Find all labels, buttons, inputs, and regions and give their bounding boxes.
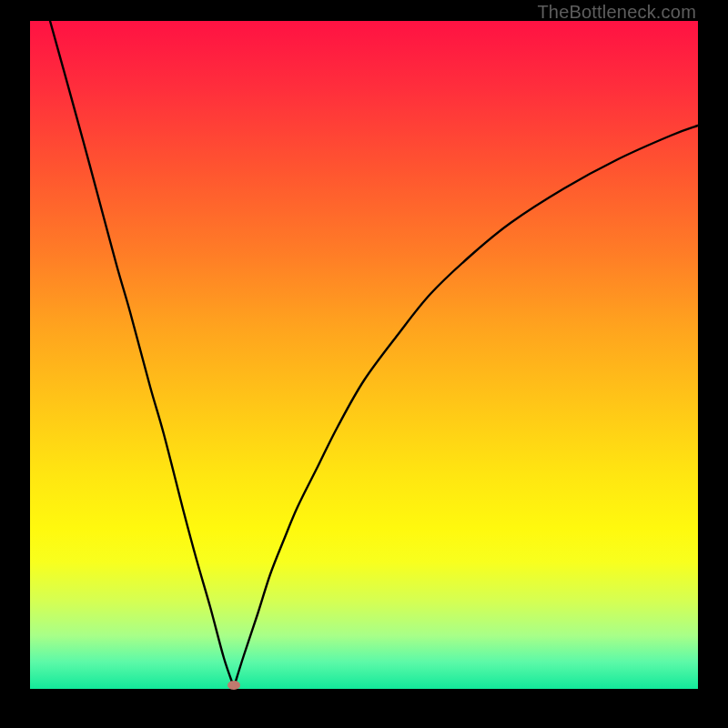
curve-right-branch	[234, 126, 698, 687]
watermark-text: TheBottleneck.com	[537, 2, 696, 23]
bottleneck-curve	[30, 21, 698, 689]
minimum-marker	[228, 681, 240, 690]
curve-left-branch	[50, 21, 234, 687]
plot-area	[30, 21, 698, 689]
